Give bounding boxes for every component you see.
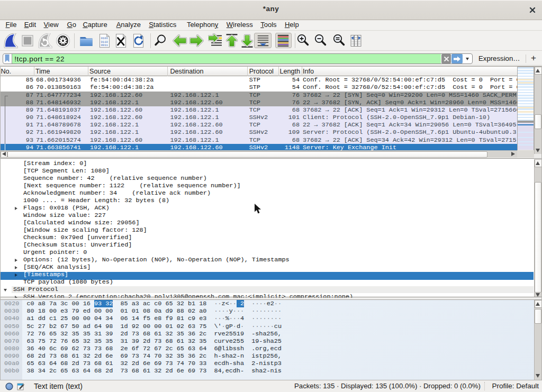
svg-text:0011: 0011 — [101, 43, 109, 47]
